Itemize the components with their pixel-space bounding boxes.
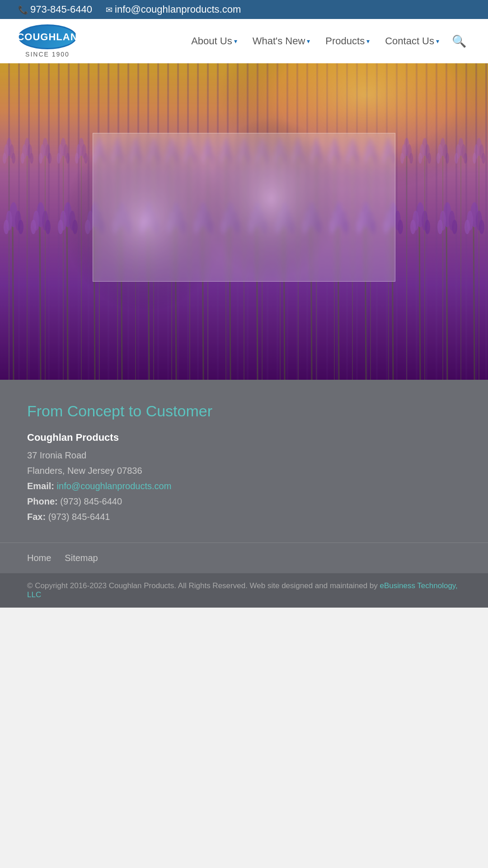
navbar: COUGHLAN SINCE 1900 About Us ▾ What's Ne… xyxy=(0,19,488,63)
copyright-text: © Copyright 2016-2023 Coughlan Products.… xyxy=(27,581,380,590)
footer-address-line1: 37 Ironia Road xyxy=(27,448,461,463)
footer-heading: From Concept to Customer xyxy=(27,402,461,420)
footer-nav-sitemap[interactable]: Sitemap xyxy=(65,553,98,563)
footer-fax: Fax: (973) 845-6441 xyxy=(27,509,461,524)
fax-label: Fax: xyxy=(27,512,46,522)
phone-number[interactable]: 973-845-6440 xyxy=(18,4,92,15)
email-label: Email: xyxy=(27,481,54,491)
footer-address-line2: Flanders, New Jersey 07836 xyxy=(27,463,461,478)
email-address[interactable]: info@coughlanproducts.com xyxy=(106,4,241,15)
footer-info-section: From Concept to Customer Coughlan Produc… xyxy=(0,380,488,542)
nav-links: About Us ▾ What's New ▾ Products ▾ Conta… xyxy=(185,31,470,52)
footer-email: Email: info@coughlanproducts.com xyxy=(27,478,461,494)
hero-section xyxy=(0,63,488,380)
search-button[interactable]: 🔍 xyxy=(448,31,470,52)
nav-products[interactable]: Products ▾ xyxy=(319,32,376,51)
about-us-chevron-icon: ▾ xyxy=(234,38,237,45)
footer-phone: Phone: (973) 845-6440 xyxy=(27,494,461,509)
logo-text: COUGHLAN xyxy=(17,31,78,43)
whats-new-chevron-icon: ▾ xyxy=(307,38,310,45)
hero-frosted-overlay xyxy=(93,133,395,282)
top-bar: 973-845-6440 info@coughlanproducts.com xyxy=(0,0,488,19)
footer-copyright: © Copyright 2016-2023 Coughlan Products.… xyxy=(0,573,488,608)
footer-company-name: Coughlan Products xyxy=(27,429,461,446)
logo-oval: COUGHLAN xyxy=(18,24,77,49)
logo-since: SINCE 1900 xyxy=(25,51,70,58)
logo[interactable]: COUGHLAN SINCE 1900 xyxy=(18,24,77,58)
footer-nav: Home Sitemap xyxy=(0,542,488,573)
footer-email-link[interactable]: info@coughlanproducts.com xyxy=(57,481,172,491)
contact-us-chevron-icon: ▾ xyxy=(436,38,439,45)
products-chevron-icon: ▾ xyxy=(366,38,370,45)
nav-whats-new[interactable]: What's New ▾ xyxy=(246,32,317,51)
nav-contact-us[interactable]: Contact Us ▾ xyxy=(379,32,446,51)
phone-label: Phone: xyxy=(27,496,58,506)
nav-about-us[interactable]: About Us ▾ xyxy=(185,32,244,51)
footer-phone-number: (973) 845-6440 xyxy=(60,496,122,506)
footer-fax-number: (973) 845-6441 xyxy=(48,512,110,522)
below-footer-space xyxy=(0,608,488,868)
footer-nav-home[interactable]: Home xyxy=(27,553,51,563)
